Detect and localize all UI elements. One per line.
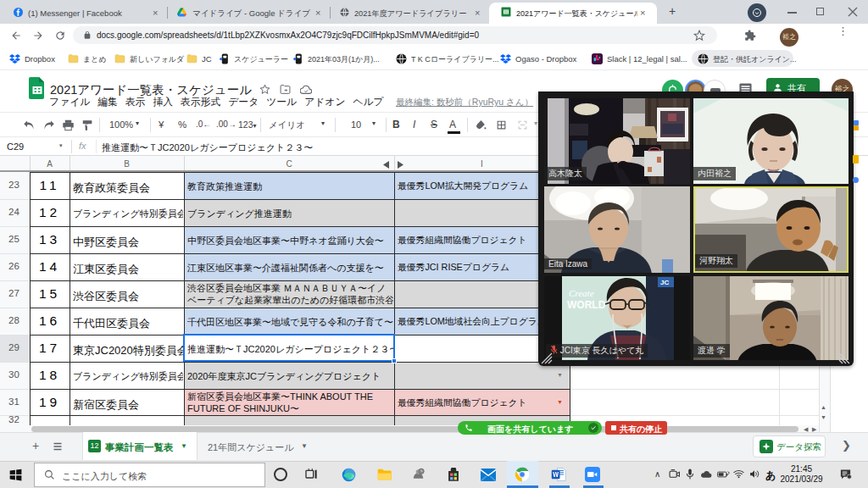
svg-text:Create: Create [569, 288, 594, 298]
svg-text:WORLD: WORLD [567, 299, 606, 311]
svg-text:JC: JC [660, 279, 669, 286]
